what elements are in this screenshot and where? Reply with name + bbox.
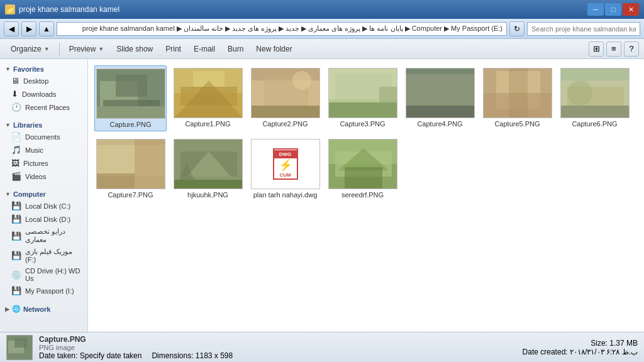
address-path[interactable]: Computer ▶ My Passport (E:) ▶ پایان نامه…	[57, 22, 507, 36]
file-name-capture4: Capture4.PNG	[417, 120, 462, 128]
videos-label: Videos	[25, 173, 46, 180]
email-button[interactable]: E-mail	[188, 41, 221, 57]
maximize-button[interactable]: □	[605, 3, 621, 16]
music-icon: 🎵	[11, 145, 21, 155]
preview-label: Preview	[69, 45, 96, 53]
file-item-hjkuuhk[interactable]: hjkuuhk.PNG	[172, 136, 244, 201]
view-options-button[interactable]: ⊞	[589, 41, 604, 57]
status-datetaken-label: Date taken:	[39, 351, 77, 360]
arch-svg-7	[561, 68, 629, 118]
slideshow-button[interactable]: Slide show	[111, 41, 158, 57]
favorites-header[interactable]: ▼ Favorites	[0, 63, 87, 74]
file-item-capture[interactable]: Capture.PNG	[94, 65, 167, 131]
documents-label: Documents	[25, 133, 60, 141]
dwg-file-icon: DWG ⚡ CUM	[273, 148, 298, 180]
file-item-capture1[interactable]: Capture1.PNG	[172, 65, 244, 131]
file-thumb-sereedrf	[328, 139, 397, 189]
sidebar-item-desktop[interactable]: 🖥 Desktop	[0, 74, 87, 87]
forward-button[interactable]: ▶	[21, 21, 36, 36]
network-header[interactable]: ▶ 🌐 Network	[0, 302, 87, 314]
file-item-capture3[interactable]: Capture3.PNG	[326, 65, 399, 131]
file-item-capture7[interactable]: Capture7.PNG	[94, 136, 167, 201]
file-item-capture6[interactable]: Capture6.PNG	[558, 65, 631, 131]
file-item-capture4[interactable]: Capture4.PNG	[404, 65, 476, 131]
refresh-button[interactable]: ↻	[509, 21, 525, 36]
email-label: E-mail	[194, 45, 215, 53]
file-name-hjkuuhk: hjkuuhk.PNG	[187, 191, 228, 199]
file-item-sereedrf[interactable]: sereedrf.PNG	[326, 136, 399, 201]
file-thumb-dwg: DWG ⚡ CUM	[251, 139, 320, 189]
sidebar-item-recent[interactable]: 🕐 Recent Places	[0, 101, 87, 114]
up-button[interactable]: ▲	[39, 21, 54, 36]
sidebar: ▼ Favorites 🖥 Desktop ⬇ Downloads 🕐 Rece…	[0, 59, 88, 332]
status-info: Capture.PNG PNG image Date taken: Specif…	[39, 335, 516, 360]
newfolder-button[interactable]: New folder	[250, 41, 297, 57]
desktop-icon: 🖥	[11, 76, 19, 85]
file-thumb-hjkuuhk	[174, 139, 243, 189]
locald-icon: 💾	[11, 214, 21, 224]
file-name-capture7: Capture7.PNG	[108, 191, 153, 199]
preview-button[interactable]: Preview ▼	[64, 41, 110, 57]
svg-point-31	[567, 80, 592, 106]
computer-header[interactable]: ▼ Computer	[0, 188, 87, 199]
passport-icon: 💾	[11, 286, 21, 295]
status-thumbnail	[6, 335, 33, 360]
sidebar-item-media[interactable]: 💾 موزیک فیلم بازی (F:)	[0, 246, 87, 265]
sidebar-item-videos[interactable]: 🎬 Videos	[0, 170, 87, 183]
localc-label: Local Disk (C:)	[25, 202, 70, 210]
close-button[interactable]: ✕	[623, 3, 639, 16]
search-input[interactable]	[527, 22, 640, 36]
address-bar: ◀ ▶ ▲ Computer ▶ My Passport (E:) ▶ پایا…	[0, 19, 644, 39]
title-bar-left: 📁 proje khane salmandan kamel	[5, 4, 119, 14]
arch-svg-3	[252, 68, 319, 118]
file-name-capture3: Capture3.PNG	[340, 120, 385, 128]
arch-svg-2	[174, 68, 242, 118]
view-toggle-button[interactable]: ≡	[606, 41, 621, 57]
back-button[interactable]: ◀	[4, 21, 19, 36]
sidebar-item-localc[interactable]: 💾 Local Disk (C:)	[0, 199, 87, 212]
window-title: proje khane salmandan kamel	[19, 5, 119, 14]
status-filename: Capture.PNG	[39, 335, 516, 344]
libraries-label: Libraries	[13, 121, 42, 129]
toolbar-right: ⊞ ≡ ?	[589, 41, 639, 57]
arch-svg-10	[329, 139, 397, 189]
sidebar-item-cd[interactable]: 💿 CD Drive (H:) WD Us	[0, 265, 87, 284]
arch-label: درایو تخصصی معماری	[25, 228, 82, 244]
burn-button[interactable]: Burn	[222, 41, 249, 57]
status-datetaken: Date taken: Specify date taken	[39, 351, 142, 360]
file-item-capture5[interactable]: Capture5.PNG	[481, 65, 553, 131]
print-button[interactable]: Print	[160, 41, 187, 57]
arch-svg-6	[484, 68, 552, 118]
toolbar: Organize ▼ Preview ▼ Slide show Print E-…	[0, 39, 644, 59]
file-item-capture2[interactable]: Capture2.PNG	[249, 65, 321, 131]
status-size: Size: 1.37 MB	[523, 339, 638, 348]
newfolder-label: New folder	[256, 45, 292, 53]
sidebar-item-arch[interactable]: 💾 درایو تخصصی معماری	[0, 226, 87, 246]
file-name-capture1: Capture1.PNG	[185, 120, 230, 128]
organize-chevron: ▼	[44, 46, 50, 52]
libraries-header[interactable]: ▼ Libraries	[0, 119, 87, 130]
sidebar-item-music[interactable]: 🎵 Music	[0, 143, 87, 156]
videos-icon: 🎬	[11, 172, 21, 181]
sidebar-item-pictures[interactable]: 🖼 Pictures	[0, 156, 87, 170]
sidebar-item-downloads[interactable]: ⬇ Downloads	[0, 87, 87, 101]
window-icon: 📁	[5, 4, 15, 14]
sidebar-item-documents[interactable]: 📄 Documents	[0, 130, 87, 143]
pictures-icon: 🖼	[11, 158, 19, 168]
minimize-button[interactable]: ─	[587, 3, 604, 16]
libraries-chevron: ▼	[5, 122, 11, 128]
svg-rect-41	[174, 180, 242, 189]
svg-rect-46	[345, 167, 382, 189]
file-item-dwg[interactable]: DWG ⚡ CUM plan tarh nahayi.dwg	[249, 136, 321, 201]
sidebar-item-locald[interactable]: 💾 Local Disk (D:)	[0, 212, 87, 226]
title-bar: 📁 proje khane salmandan kamel ─ □ ✕	[0, 0, 644, 19]
svg-rect-2	[116, 75, 147, 97]
svg-rect-4	[97, 106, 165, 119]
file-grid: Capture.PNG Capture1.PNG	[88, 59, 644, 332]
organize-button[interactable]: Organize ▼	[5, 41, 55, 57]
help-button[interactable]: ?	[624, 41, 639, 57]
arch-svg-1	[97, 69, 165, 119]
status-meta: Date taken: Specify date taken Dimension…	[39, 351, 516, 360]
sidebar-item-passport[interactable]: 💾 My Passport (I:)	[0, 284, 87, 297]
status-bar: Capture.PNG PNG image Date taken: Specif…	[0, 332, 644, 362]
